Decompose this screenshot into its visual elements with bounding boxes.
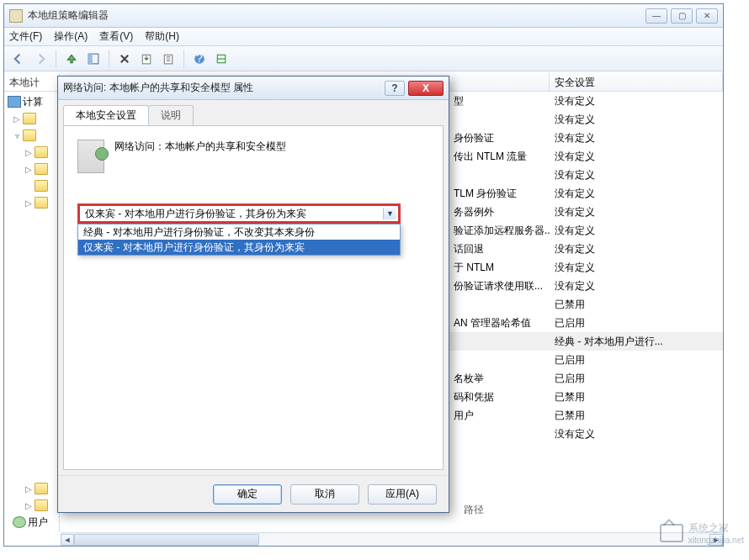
tree-users[interactable]: 用户: [4, 514, 59, 531]
minimize-button[interactable]: —: [645, 8, 667, 24]
watermark-brand: 系统之家: [688, 521, 744, 536]
apply-button[interactable]: 应用(A): [368, 484, 437, 505]
tree-item[interactable]: ▿: [4, 127, 59, 144]
menubar: 文件(F) 操作(A) 查看(V) 帮助(H): [4, 28, 723, 46]
folder-icon: [23, 113, 36, 124]
svg-rect-3: [164, 55, 172, 64]
path-label: 路径: [464, 503, 484, 517]
window-title: 本地组策略编辑器: [28, 8, 645, 23]
setting-cell: 经典 - 对本地用户进行...: [550, 335, 723, 349]
toolbar-separator: [183, 50, 184, 67]
setting-cell: 没有定义: [550, 205, 723, 219]
dialog-titlebar: 网络访问: 本地帐户的共享和安全模型 属性 ? X: [58, 77, 449, 100]
toolbar-separator: [109, 50, 109, 67]
watermark-url: xitongzhijia.net: [688, 536, 744, 545]
tree-item[interactable]: ▷: [4, 480, 59, 497]
toolbar: ?: [4, 46, 723, 71]
tab-explain[interactable]: 说明: [148, 105, 194, 125]
setting-cell: 没有定义: [550, 224, 723, 238]
maximize-button[interactable]: ▢: [671, 8, 693, 24]
setting-cell: 已禁用: [550, 409, 723, 423]
tree-pane: 本地计 计算 ▷ ▿ ▷ ▷ ▷ ▷ ▷ 用户: [4, 73, 60, 532]
policy-label: 网络访问：本地帐户的共享和安全模型: [114, 140, 286, 154]
svg-rect-1: [88, 54, 93, 64]
folder-icon: [35, 197, 48, 209]
tree-item[interactable]: ▷: [4, 497, 59, 514]
setting-cell: 没有定义: [550, 261, 723, 275]
tab-strip: 本地安全设置 说明: [63, 105, 444, 125]
user-icon: [13, 516, 26, 528]
delete-button[interactable]: [115, 50, 134, 68]
export-button[interactable]: [137, 50, 156, 68]
tree-item[interactable]: ▷: [4, 144, 59, 161]
menu-action[interactable]: 操作(A): [54, 29, 88, 44]
expand-icon[interactable]: ▷: [13, 114, 21, 123]
folder-icon: [35, 163, 48, 175]
properties-dialog: 网络访问: 本地帐户的共享和安全模型 属性 ? X 本地安全设置 说明 网络访问…: [57, 76, 449, 513]
ok-button[interactable]: 确定: [213, 484, 282, 505]
folder-icon: [35, 146, 48, 158]
setting-cell: 没有定义: [550, 131, 723, 145]
tab-local-security[interactable]: 本地安全设置: [63, 105, 149, 125]
column-setting[interactable]: 安全设置: [550, 73, 723, 91]
horizontal-scrollbar[interactable]: ◄ ►: [61, 532, 723, 546]
combo-dropdown: 经典 - 对本地用户进行身份验证，不改变其本来身份 仅来宾 - 对本地用户进行身…: [77, 224, 401, 256]
tree-item[interactable]: ▷: [4, 110, 59, 127]
show-hide-tree-button[interactable]: [84, 50, 103, 68]
toolbar-separator: [56, 50, 56, 67]
setting-cell: 没有定义: [550, 187, 723, 201]
setting-cell: 没有定义: [550, 279, 723, 293]
forward-button[interactable]: [31, 50, 50, 68]
scroll-left-button[interactable]: ◄: [61, 534, 74, 546]
setting-cell: 没有定义: [550, 427, 723, 441]
policy-icon: [77, 140, 104, 173]
setting-cell: 已启用: [550, 316, 723, 330]
setting-cell: 已启用: [550, 372, 723, 386]
back-button[interactable]: [9, 50, 28, 68]
folder-icon: [23, 129, 36, 141]
dialog-close-button[interactable]: X: [408, 81, 444, 96]
folder-icon: [35, 483, 48, 494]
svg-text:?: ?: [196, 53, 203, 65]
refresh-button[interactable]: [212, 50, 231, 68]
setting-cell: 已禁用: [550, 298, 723, 312]
setting-cell: 已禁用: [550, 390, 723, 404]
close-button[interactable]: ✕: [696, 8, 718, 24]
dialog-title: 网络访问: 本地帐户的共享和安全模型 属性: [63, 81, 385, 95]
tree-root[interactable]: 计算: [4, 93, 59, 110]
combo-value: 仅来宾 - 对本地用户进行身份验证，其身份为来宾: [85, 207, 306, 221]
combo-option-classic[interactable]: 经典 - 对本地用户进行身份验证，不改变其本来身份: [78, 225, 400, 240]
setting-cell: 没有定义: [550, 113, 723, 127]
watermark-logo-icon: [660, 524, 683, 542]
cancel-button[interactable]: 取消: [290, 484, 359, 505]
combo-option-guest[interactable]: 仅来宾 - 对本地用户进行身份验证，其身份为来宾: [78, 240, 400, 255]
setting-cell: 没有定义: [550, 150, 723, 164]
tree-header: 本地计: [4, 73, 59, 92]
tree-item[interactable]: ▷: [4, 161, 59, 177]
setting-cell: 没有定义: [550, 94, 723, 108]
setting-cell: 没有定义: [550, 242, 723, 256]
folder-icon: [35, 499, 48, 511]
menu-help[interactable]: 帮助(H): [145, 29, 179, 44]
scroll-thumb[interactable]: [74, 534, 259, 546]
folder-icon: [35, 180, 48, 192]
titlebar: 本地组策略编辑器 — ▢ ✕: [4, 4, 723, 28]
dialog-button-row: 确定 取消 应用(A): [58, 475, 449, 512]
help-button[interactable]: ?: [190, 50, 209, 68]
app-icon: [9, 9, 23, 23]
watermark: 系统之家 xitongzhijia.net: [660, 521, 744, 545]
properties-button[interactable]: [159, 50, 178, 68]
setting-cell: 已启用: [550, 353, 723, 367]
menu-view[interactable]: 查看(V): [99, 29, 133, 44]
scroll-track[interactable]: [74, 534, 709, 546]
sharing-model-combo[interactable]: 仅来宾 - 对本地用户进行身份验证，其身份为来宾 ▼: [77, 203, 401, 224]
tree-item[interactable]: ▷: [4, 194, 59, 211]
tree-item[interactable]: [4, 177, 59, 194]
setting-cell: 没有定义: [550, 168, 723, 182]
collapse-icon[interactable]: ▿: [13, 131, 21, 140]
chevron-down-icon[interactable]: ▼: [383, 208, 396, 219]
tab-panel: 网络访问：本地帐户的共享和安全模型 仅来宾 - 对本地用户进行身份验证，其身份为…: [63, 125, 444, 470]
menu-file[interactable]: 文件(F): [9, 29, 42, 44]
up-button[interactable]: [62, 50, 81, 68]
dialog-help-button[interactable]: ?: [385, 81, 405, 96]
